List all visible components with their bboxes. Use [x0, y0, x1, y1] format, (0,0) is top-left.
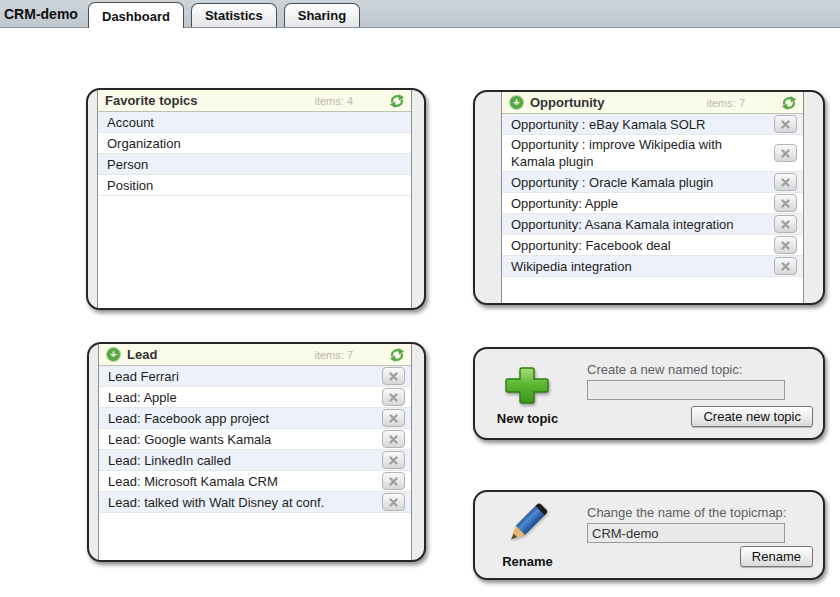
list-item-label: Lead: talked with Walt Disney at conf. [99, 494, 374, 511]
rename-label: Change the name of the topicmap: [587, 505, 786, 520]
delete-icon[interactable] [382, 367, 405, 385]
topicmap-title: CRM-demo [4, 6, 78, 22]
opportunity-widget: + Opportunity items: 7 Opportunity : eB [473, 90, 825, 305]
delete-icon[interactable] [382, 430, 405, 448]
tab-bar: CRM-demo Dashboard Statistics Sharing [0, 0, 840, 28]
refresh-icon[interactable] [389, 93, 405, 109]
delete-icon[interactable] [774, 215, 797, 233]
list-item[interactable]: Account [98, 112, 411, 133]
delete-icon[interactable] [382, 493, 405, 511]
list-item[interactable]: Lead: talked with Walt Disney at conf. [99, 492, 411, 513]
panel-header: + Lead items: 7 [99, 344, 411, 366]
list-item[interactable]: Opportunity : eBay Kamala SOLR [502, 114, 803, 135]
tab-sharing[interactable]: Sharing [284, 3, 360, 27]
delete-icon[interactable] [382, 388, 405, 406]
big-plus-icon [502, 363, 552, 409]
list-item-label: Opportunity: Asana Kamala integration [502, 216, 766, 233]
favorite-topics-panel: + Favorite topics items: 4 Account [97, 90, 412, 308]
list-item[interactable]: Opportunity : Oracle Kamala plugin [502, 172, 803, 193]
delete-icon[interactable] [774, 257, 797, 275]
delete-icon[interactable] [774, 173, 797, 191]
list-item-label: Organization [98, 135, 411, 152]
list-item-label: Opportunity : eBay Kamala SOLR [502, 116, 766, 133]
list-item-label: Lead: Microsoft Kamala CRM [99, 473, 374, 490]
list-item-label: Opportunity : improve Wikipedia with Kam… [502, 136, 766, 170]
delete-icon[interactable] [774, 236, 797, 254]
list-item[interactable]: Opportunity : improve Wikipedia with Kam… [502, 135, 803, 172]
delete-icon[interactable] [774, 194, 797, 212]
list-item[interactable]: Wikipedia integration [502, 256, 803, 277]
tab-statistics[interactable]: Statistics [191, 3, 277, 27]
tab-strip: Dashboard Statistics Sharing [88, 2, 360, 27]
lead-widget: + Lead items: 7 Lead Ferrari [87, 342, 426, 562]
favorite-topics-widget: + Favorite topics items: 4 Account [86, 88, 426, 310]
new-topic-widget: New topic Create a new named topic: Crea… [473, 347, 825, 440]
list-item[interactable]: Organization [98, 133, 411, 154]
list-item-label: Lead: LinkedIn called [99, 452, 374, 469]
list-item-label: Opportunity: Facebook deal [502, 237, 766, 254]
list-item-label: Lead: Google wants Kamala [99, 431, 374, 448]
items-count: items: 7 [706, 97, 745, 109]
list-item[interactable]: Lead Ferrari [99, 366, 411, 387]
delete-icon[interactable] [774, 115, 797, 133]
list-item-label: Lead Ferrari [99, 368, 374, 385]
delete-icon[interactable] [382, 451, 405, 469]
list-item-label: Lead: Facebook app project [99, 410, 374, 427]
rename-widget: Rename Change the name of the topicmap: … [473, 490, 825, 580]
list-item-label: Lead: Apple [99, 389, 374, 406]
list-item-label: Account [98, 114, 411, 131]
list-item[interactable]: Lead: Google wants Kamala [99, 429, 411, 450]
refresh-icon[interactable] [389, 347, 405, 363]
create-new-topic-button[interactable]: Create new topic [691, 406, 813, 427]
add-topic-icon[interactable]: + [106, 347, 121, 362]
list-item-label: Opportunity: Apple [502, 195, 766, 212]
panel-title: Opportunity [530, 95, 604, 110]
list-item-label: Position [98, 177, 411, 194]
items-count: items: 4 [314, 95, 353, 107]
list-item-label: Person [98, 156, 411, 173]
list-item[interactable]: Opportunity: Facebook deal [502, 235, 803, 256]
refresh-icon[interactable] [781, 95, 797, 111]
new-topic-label: Create a new named topic: [587, 362, 742, 377]
list-item[interactable]: Position [98, 175, 411, 196]
topic-list: Account Organization Person [98, 112, 411, 308]
rename-input[interactable] [587, 523, 785, 543]
new-topic-input[interactable] [587, 380, 785, 400]
pencil-icon [502, 500, 552, 546]
new-topic-caption: New topic [480, 411, 575, 426]
panel-header: + Favorite topics items: 4 [98, 90, 411, 112]
topic-list: Opportunity : eBay Kamala SOLR Opportuni… [502, 114, 803, 303]
opportunity-panel: + Opportunity items: 7 Opportunity : eB [501, 92, 804, 303]
lead-panel: + Lead items: 7 Lead Ferrari [98, 344, 412, 560]
items-count: items: 7 [314, 349, 353, 361]
dashboard-page: CRM-demo Dashboard Statistics Sharing + … [0, 0, 840, 597]
tab-dashboard[interactable]: Dashboard [88, 2, 184, 28]
delete-icon[interactable] [382, 409, 405, 427]
delete-icon[interactable] [774, 144, 797, 162]
list-item[interactable]: Lead: LinkedIn called [99, 450, 411, 471]
list-item-label: Wikipedia integration [502, 258, 766, 275]
panel-title: Favorite topics [105, 93, 197, 108]
delete-icon[interactable] [382, 472, 405, 490]
list-item[interactable]: Lead: Microsoft Kamala CRM [99, 471, 411, 492]
list-item[interactable]: Opportunity: Apple [502, 193, 803, 214]
list-item[interactable]: Lead: Facebook app project [99, 408, 411, 429]
list-item-label: Opportunity : Oracle Kamala plugin [502, 174, 766, 191]
list-item[interactable]: Person [98, 154, 411, 175]
add-topic-icon[interactable]: + [509, 95, 524, 110]
panel-title: Lead [127, 347, 157, 362]
topic-list: Lead Ferrari Lead: Apple Lead: F [99, 366, 411, 560]
list-item[interactable]: Opportunity: Asana Kamala integration [502, 214, 803, 235]
rename-button[interactable]: Rename [740, 546, 813, 567]
panel-header: + Opportunity items: 7 [502, 92, 803, 114]
list-item[interactable]: Lead: Apple [99, 387, 411, 408]
rename-caption: Rename [480, 554, 575, 569]
